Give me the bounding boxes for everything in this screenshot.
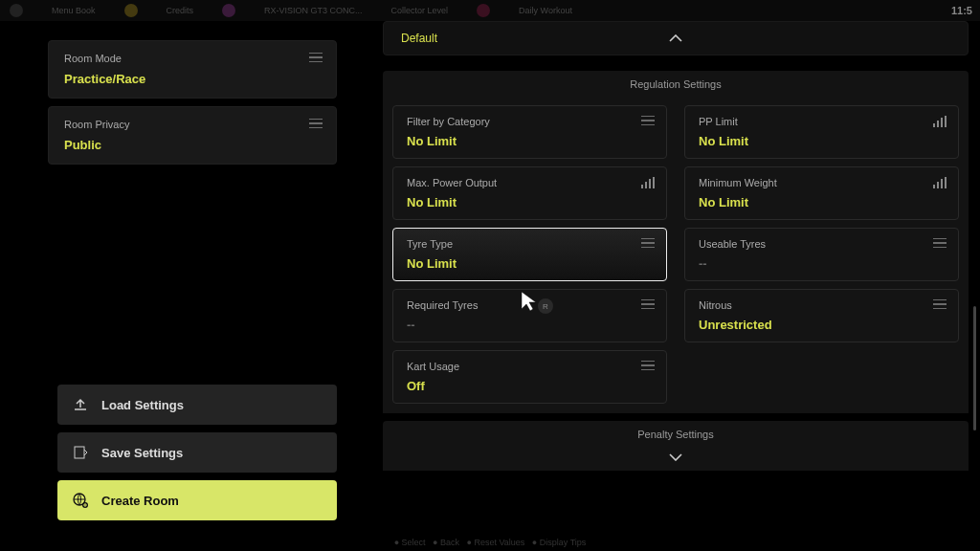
svg-rect-0 — [75, 447, 84, 458]
scrollbar[interactable] — [973, 306, 976, 430]
sidebar: Room Mode Practice/Race Room Privacy Pub… — [0, 21, 354, 538]
list-icon — [641, 238, 655, 248]
room-mode-value: Practice/Race — [64, 72, 321, 86]
credits-label: Credits — [167, 6, 194, 15]
load-settings-button[interactable]: Load Settings — [57, 385, 337, 425]
create-room-label: Create Room — [101, 494, 179, 508]
useable-tyres-card[interactable]: Useable Tyres -- — [684, 228, 959, 281]
room-mode-label: Room Mode — [64, 53, 321, 64]
daily-label: Daily Workout — [519, 6, 572, 15]
chevron-up-icon — [669, 34, 682, 42]
room-privacy-card[interactable]: Room Privacy Public — [48, 106, 337, 165]
tyre-type-card[interactable]: Tyre Type No Limit — [392, 228, 667, 281]
save-settings-label: Save Settings — [101, 446, 183, 460]
save-icon — [73, 445, 88, 460]
list-icon — [933, 299, 947, 309]
max-power-card[interactable]: Max. Power Output No Limit — [392, 166, 667, 220]
list-icon — [309, 53, 323, 62]
bars-icon — [933, 116, 947, 127]
top-status-bar: Menu Book Credits RX-VISION GT3 CONC... … — [0, 0, 980, 21]
default-collapse-bar[interactable]: Default — [383, 21, 969, 55]
cursor-badge: R — [538, 298, 553, 314]
pp-limit-card[interactable]: PP Limit No Limit — [684, 105, 959, 159]
regulation-grid: Filter by Category No Limit PP Limit No … — [383, 99, 969, 413]
list-icon — [309, 119, 323, 128]
default-label: Default — [401, 32, 437, 45]
list-icon — [933, 238, 947, 248]
room-mode-card[interactable]: Room Mode Practice/Race — [48, 40, 337, 99]
regulation-section-header: Regulation Settings — [383, 71, 969, 99]
hint-bar: ● Select ● Back ● Reset Values ● Display… — [0, 538, 980, 547]
min-weight-card[interactable]: Minimum Weight No Limit — [684, 166, 959, 220]
upload-icon — [73, 397, 88, 412]
list-icon — [641, 116, 655, 125]
save-settings-button[interactable]: Save Settings — [57, 432, 337, 473]
clock: 11:5 — [951, 5, 972, 16]
list-icon — [641, 361, 655, 370]
menu-book-label: Menu Book — [52, 6, 96, 15]
required-tyres-card[interactable]: Required Tyres -- — [392, 289, 667, 342]
room-privacy-value: Public — [64, 138, 321, 152]
nitrous-card[interactable]: Nitrous Unrestricted — [684, 289, 959, 342]
list-icon — [641, 299, 655, 309]
bars-icon — [641, 177, 655, 188]
car-label: RX-VISION GT3 CONC... — [264, 6, 363, 15]
globe-plus-icon — [73, 493, 88, 508]
bars-icon — [933, 177, 947, 188]
kart-usage-card[interactable]: Kart Usage Off — [392, 350, 667, 404]
collector-label: Collector Level — [391, 6, 449, 15]
room-privacy-label: Room Privacy — [64, 119, 321, 130]
chevron-down-icon[interactable] — [383, 448, 969, 471]
content-panel: Default Regulation Settings Filter by Ca… — [354, 21, 980, 538]
load-settings-label: Load Settings — [101, 398, 184, 412]
penalty-section-header[interactable]: Penalty Settings — [383, 421, 969, 448]
create-room-button[interactable]: Create Room — [57, 480, 337, 520]
filter-category-card[interactable]: Filter by Category No Limit — [392, 105, 667, 159]
